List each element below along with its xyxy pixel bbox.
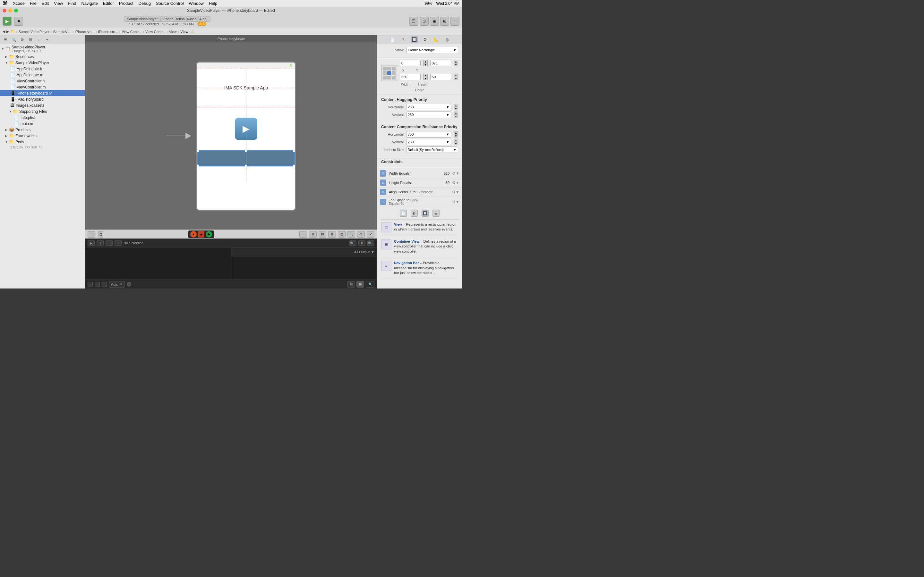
anchor-selector[interactable] bbox=[381, 65, 397, 81]
project-root[interactable]: ▼ 📋 SampleVideoPlayer 2 targets, iOS SDK… bbox=[0, 44, 85, 53]
storyboard-canvas[interactable]: 🔋 IMA SDK Sample App bbox=[85, 42, 377, 229]
sidebar-item-info-plist[interactable]: 📄 Info.plist bbox=[0, 114, 85, 121]
info-tab-objects[interactable]: 🔲 bbox=[422, 210, 429, 217]
intrinsic-select[interactable]: Default (System Defined) ▼ bbox=[406, 147, 458, 153]
clear-btn[interactable] bbox=[102, 282, 107, 287]
nav-prev[interactable]: ◀ bbox=[3, 29, 5, 34]
jump-bar-filter[interactable]: 🔍 bbox=[366, 281, 375, 287]
menu-help[interactable]: Help bbox=[209, 1, 218, 6]
sidebar-item-viewcontroller-h[interactable]: 📄 ViewController.h bbox=[0, 78, 85, 84]
layout-both-btn[interactable]: ⊞ bbox=[357, 281, 364, 287]
menu-product[interactable]: Product bbox=[119, 1, 134, 6]
canvas-btn-5[interactable]: ◻ bbox=[338, 231, 346, 237]
auto-select[interactable]: Auto ▼ bbox=[109, 281, 125, 287]
sort-btn[interactable]: ↕ bbox=[35, 36, 42, 43]
stop-sim-btn[interactable]: ■ bbox=[198, 231, 204, 237]
build-target[interactable]: SampleVideoPlayer | iPhone Retina (4-inc… bbox=[124, 16, 210, 22]
menu-window[interactable]: Window bbox=[189, 1, 204, 6]
run-button[interactable]: ▶ bbox=[3, 17, 11, 26]
breadcrumb-item-2[interactable]: SampleVideoPlayer bbox=[19, 30, 49, 34]
zoom-minus[interactable]: 🔍− bbox=[349, 240, 357, 246]
resize-handle-tr[interactable] bbox=[293, 150, 296, 152]
view-controller-mockup[interactable]: 🔋 IMA SDK Sample App bbox=[196, 61, 296, 211]
hug-h-down[interactable]: ▼ bbox=[454, 107, 458, 110]
resize-handle-br[interactable] bbox=[293, 164, 296, 167]
debug-continue[interactable]: ▶ bbox=[87, 240, 95, 246]
play-sim-btn[interactable]: ▶ bbox=[206, 231, 212, 237]
constraint-gear-1[interactable]: ⚙▼ bbox=[452, 181, 459, 185]
sidebar-item-iphone-storyboard[interactable]: 📱 iPhone.storyboard M bbox=[0, 90, 85, 96]
menu-editor[interactable]: Editor bbox=[103, 1, 114, 6]
info-btn[interactable]: i bbox=[127, 282, 131, 287]
sidebar-item-images-xcassets[interactable]: 🖼 Images.xcassets bbox=[0, 102, 85, 108]
zoom-equals[interactable]: = bbox=[359, 240, 365, 246]
y-input[interactable]: 371 bbox=[430, 60, 451, 66]
zoom-in[interactable]: + bbox=[451, 17, 459, 26]
comp-v-select[interactable]: 750 ▼ bbox=[406, 139, 451, 145]
menu-edit[interactable]: Edit bbox=[42, 1, 49, 6]
sidebar-item-resources[interactable]: ▶ 📁 Resources bbox=[0, 53, 85, 60]
hierarchy-btn[interactable]: ⊞ bbox=[27, 36, 34, 43]
constraint-gear-2[interactable]: ⚙▼ bbox=[452, 190, 459, 194]
dropdown-arrow-icon[interactable]: ▼ bbox=[371, 250, 375, 254]
comp-v-down[interactable]: ▼ bbox=[454, 142, 458, 145]
info-tab-file[interactable]: 📄 bbox=[400, 210, 407, 217]
canvas-zoom-out[interactable]: − bbox=[299, 231, 307, 237]
close-button[interactable] bbox=[3, 9, 6, 13]
sidebar-item-viewcontroller-m[interactable]: 📄 ViewController.m bbox=[0, 84, 85, 90]
apple-menu[interactable]: ⌘ bbox=[3, 0, 8, 6]
breadcrumb-item-6[interactable]: View Contr... bbox=[121, 30, 142, 34]
title-area[interactable]: IMA SDK Sample App bbox=[197, 69, 295, 107]
breadcrumb-item-1[interactable]: 📁 bbox=[10, 29, 15, 34]
debug-step-over[interactable]: ⤵ bbox=[97, 240, 103, 246]
search-btn[interactable]: 🔍 bbox=[10, 36, 17, 43]
y-stepper-down[interactable]: ▼ bbox=[454, 63, 458, 66]
connections-inspector-tab[interactable]: ◎ bbox=[443, 36, 451, 43]
resize-handle-bl[interactable] bbox=[197, 164, 199, 167]
quick-help-tab[interactable]: ? bbox=[400, 36, 407, 43]
breadcrumb-item-5[interactable]: iPhone.sto... bbox=[98, 30, 118, 34]
info-tab-code[interactable]: {} bbox=[411, 210, 418, 217]
minimize-button[interactable] bbox=[8, 9, 12, 13]
editor-split[interactable]: ⊞ bbox=[440, 17, 449, 26]
debug-step-in[interactable]: ↓ bbox=[105, 240, 113, 246]
menu-navigate[interactable]: Navigate bbox=[81, 1, 97, 6]
debug-step-out[interactable]: ↑ bbox=[115, 240, 121, 246]
selected-view[interactable] bbox=[197, 150, 295, 166]
inspector-toggle[interactable]: ▣ bbox=[430, 17, 439, 26]
identity-inspector-tab[interactable]: 🔲 bbox=[411, 36, 418, 43]
show-navigator-btn[interactable]: ☰ bbox=[2, 36, 9, 43]
w-stepper-down[interactable]: ▼ bbox=[423, 77, 428, 80]
breadcrumb-item-8[interactable]: View bbox=[169, 30, 177, 34]
canvas-resize[interactable]: ⤢ bbox=[367, 231, 375, 237]
stop-button[interactable]: ■ bbox=[14, 17, 23, 26]
info-tab-list[interactable]: ☰ bbox=[433, 210, 439, 217]
zoom-plus[interactable]: 🔍+ bbox=[367, 240, 375, 246]
size-inspector-tab[interactable]: 📐 bbox=[433, 36, 439, 43]
sidebar-item-main-m[interactable]: 📄 main.m bbox=[0, 121, 85, 127]
sidebar-item-frameworks[interactable]: ▶ 📁 Frameworks bbox=[0, 133, 85, 139]
hugging-h-select[interactable]: 250 ▼ bbox=[406, 104, 451, 110]
breadcrumb-item-3[interactable]: SampleVi... bbox=[53, 30, 71, 34]
warnings-badge[interactable]: ⚠ 3 bbox=[197, 22, 206, 26]
hug-v-down[interactable]: ▼ bbox=[454, 115, 458, 118]
filter-btn[interactable]: ⚙ bbox=[19, 36, 26, 43]
sidebar-item-ipad-storyboard[interactable]: 📱 iPad.storyboard bbox=[0, 96, 85, 102]
canvas-btn-4[interactable]: ⊠ bbox=[328, 231, 336, 237]
attributes-inspector-tab[interactable]: ⚙ bbox=[422, 36, 429, 43]
y-stepper-up[interactable]: ▲ bbox=[454, 60, 458, 63]
breadcrumb-item-7[interactable]: View Contr... bbox=[145, 30, 165, 34]
width-input[interactable]: 320 bbox=[400, 74, 421, 80]
sidebar-item-products[interactable]: ▶ 📦 Products bbox=[0, 127, 85, 133]
show-select[interactable]: Frame Rectangle ▼ bbox=[406, 47, 458, 53]
add-btn[interactable]: + bbox=[44, 36, 51, 43]
sidebar-item-appdelegate-m[interactable]: 📄 AppDelegate.m bbox=[0, 72, 85, 78]
canvas-zoom-in[interactable]: 🔍 bbox=[347, 231, 355, 237]
layout-left-btn[interactable]: ⊡ bbox=[347, 281, 355, 287]
navigator-toggle[interactable]: ☰ bbox=[409, 17, 418, 26]
breadcrumb-item-4[interactable]: iPhone.sto... bbox=[75, 30, 95, 34]
constraint-gear-3[interactable]: ⚙▼ bbox=[452, 200, 459, 204]
menu-find[interactable]: Find bbox=[68, 1, 76, 6]
sidebar-item-samplevideoplayer[interactable]: ▼ 📁 SampleVideoPlayer bbox=[0, 60, 85, 66]
constraint-gear-0[interactable]: ⚙▼ bbox=[452, 171, 459, 176]
